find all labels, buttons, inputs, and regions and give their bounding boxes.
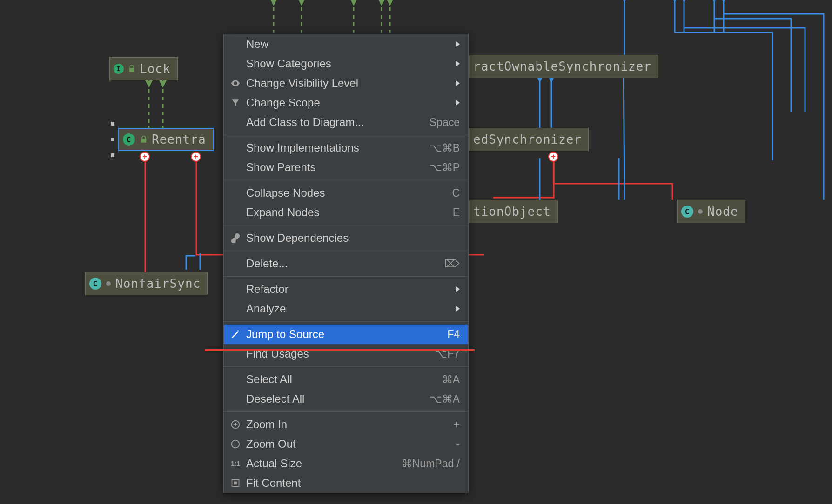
menu-separator <box>224 180 468 180</box>
node-nonfairsync[interactable]: C NonfairSync <box>85 272 208 295</box>
menu-item-collapse-nodes[interactable]: Collapse Nodes C <box>224 183 468 203</box>
menu-label: Zoom In <box>246 418 449 431</box>
menu-label: Show Dependencies <box>246 232 460 245</box>
lock-icon <box>127 65 136 73</box>
menu-separator <box>224 411 468 412</box>
menu-label: Change Visibility Level <box>246 77 451 90</box>
menu-item-add-class[interactable]: Add Class to Diagram... Space <box>224 113 468 132</box>
menu-separator <box>224 135 468 135</box>
menu-item-fit-content[interactable]: Fit Content <box>224 473 468 493</box>
node-label: Reentra <box>152 133 206 146</box>
menu-label: New <box>246 38 451 51</box>
menu-label: Expand Nodes <box>246 206 448 219</box>
filter-icon <box>229 97 242 109</box>
menu-label: Show Implementations <box>246 141 425 154</box>
menu-label: Select All <box>246 373 437 386</box>
menu-separator <box>224 366 468 367</box>
menu-label: Show Parents <box>246 161 425 174</box>
menu-label: Add Class to Diagram... <box>246 116 425 129</box>
node-queued-synchronizer[interactable]: edSynchronizer <box>469 128 589 151</box>
lock-icon <box>140 135 148 144</box>
context-menu: New Show Categories Change Visibility Le… <box>223 34 469 493</box>
menu-label: Actual Size <box>246 457 397 470</box>
submenu-arrow-icon <box>456 41 460 47</box>
menu-shortcut: Space <box>429 116 460 129</box>
menu-shortcut: ⌦ <box>444 258 460 270</box>
menu-label: Deselect All <box>246 392 425 405</box>
menu-item-show-implementations[interactable]: Show Implementations ⌥⌘B <box>224 138 468 158</box>
plus-anchor-icon[interactable]: + <box>548 152 558 162</box>
class-icon: C <box>123 133 135 146</box>
selection-handle[interactable] <box>111 138 114 141</box>
submenu-arrow-icon <box>456 286 460 292</box>
menu-shortcut: ⌥⌘A <box>429 393 460 405</box>
selection-handle[interactable] <box>111 153 114 157</box>
fit-content-icon <box>229 477 242 489</box>
menu-shortcut: ⌥⌘P <box>429 161 460 174</box>
annotation-underline <box>205 349 475 351</box>
menu-label: Zoom Out <box>246 438 451 451</box>
plus-anchor-icon[interactable]: + <box>191 152 201 162</box>
svg-rect-17 <box>234 482 237 485</box>
node-label: NonfairSync <box>115 277 201 291</box>
submenu-arrow-icon <box>456 99 460 106</box>
menu-label: Jump to Source <box>246 328 443 341</box>
edit-icon <box>229 328 242 340</box>
menu-item-zoom-out[interactable]: Zoom Out - <box>224 434 468 454</box>
node-label: ractOwnableSynchronizer <box>473 60 651 73</box>
menu-label: Analyze <box>246 302 451 315</box>
eye-icon <box>229 77 242 89</box>
menu-separator <box>224 321 468 322</box>
node-label: tionObject <box>473 205 551 219</box>
menu-item-show-dependencies[interactable]: Show Dependencies <box>224 228 468 248</box>
zoom-out-icon <box>229 438 242 450</box>
menu-item-find-usages[interactable]: Find Usages ⌥F7 <box>224 344 468 364</box>
menu-shortcut: C <box>452 187 460 199</box>
class-icon: C <box>681 206 693 218</box>
menu-separator <box>224 251 468 251</box>
node-ownable-synchronizer[interactable]: ractOwnableSynchronizer <box>469 55 658 78</box>
menu-shortcut: ⌘A <box>442 373 460 386</box>
link-icon <box>229 232 242 244</box>
zoom-in-icon <box>229 418 242 431</box>
node-label: Lock <box>140 62 171 76</box>
visibility-dot-icon <box>698 209 703 214</box>
menu-item-new[interactable]: New <box>224 34 468 54</box>
submenu-arrow-icon <box>456 305 460 312</box>
menu-item-actual-size[interactable]: 1:1 Actual Size ⌘NumPad / <box>224 454 468 473</box>
menu-item-delete[interactable]: Delete... ⌦ <box>224 254 468 273</box>
visibility-dot-icon <box>106 281 111 286</box>
interface-icon: I <box>114 64 124 74</box>
menu-item-expand-nodes[interactable]: Expand Nodes E <box>224 203 468 222</box>
node-node[interactable]: C Node <box>677 200 745 223</box>
menu-item-select-all[interactable]: Select All ⌘A <box>224 370 468 389</box>
menu-item-show-categories[interactable]: Show Categories <box>224 54 468 73</box>
node-label: edSynchronizer <box>473 133 582 146</box>
actual-size-icon: 1:1 <box>229 458 242 470</box>
menu-item-analyze[interactable]: Analyze <box>224 299 468 318</box>
menu-separator <box>224 225 468 225</box>
submenu-arrow-icon <box>456 80 460 86</box>
menu-separator <box>224 276 468 277</box>
menu-item-change-visibility[interactable]: Change Visibility Level <box>224 73 468 93</box>
menu-item-deselect-all[interactable]: Deselect All ⌥⌘A <box>224 389 468 409</box>
menu-shortcut: ⌥⌘B <box>429 142 460 154</box>
menu-item-show-parents[interactable]: Show Parents ⌥⌘P <box>224 158 468 177</box>
node-lock[interactable]: I Lock <box>109 57 178 80</box>
node-condition-object[interactable]: tionObject <box>469 200 558 223</box>
menu-shortcut: E <box>453 206 460 219</box>
selection-handle[interactable] <box>111 122 114 126</box>
menu-item-jump-to-source[interactable]: Jump to Source F4 <box>224 325 468 344</box>
plus-anchor-icon[interactable]: + <box>140 152 150 162</box>
menu-label: Change Scope <box>246 96 451 109</box>
node-reentrant[interactable]: C Reentra <box>118 128 214 151</box>
menu-item-change-scope[interactable]: Change Scope <box>224 93 468 113</box>
menu-label: Fit Content <box>246 477 460 490</box>
menu-item-refactor[interactable]: Refactor <box>224 279 468 299</box>
menu-label: Delete... <box>246 257 440 270</box>
menu-shortcut: - <box>456 438 460 451</box>
menu-label: Refactor <box>246 283 451 296</box>
menu-item-zoom-in[interactable]: Zoom In + <box>224 415 468 434</box>
menu-label: Show Categories <box>246 57 451 70</box>
menu-shortcut: F4 <box>447 328 460 341</box>
